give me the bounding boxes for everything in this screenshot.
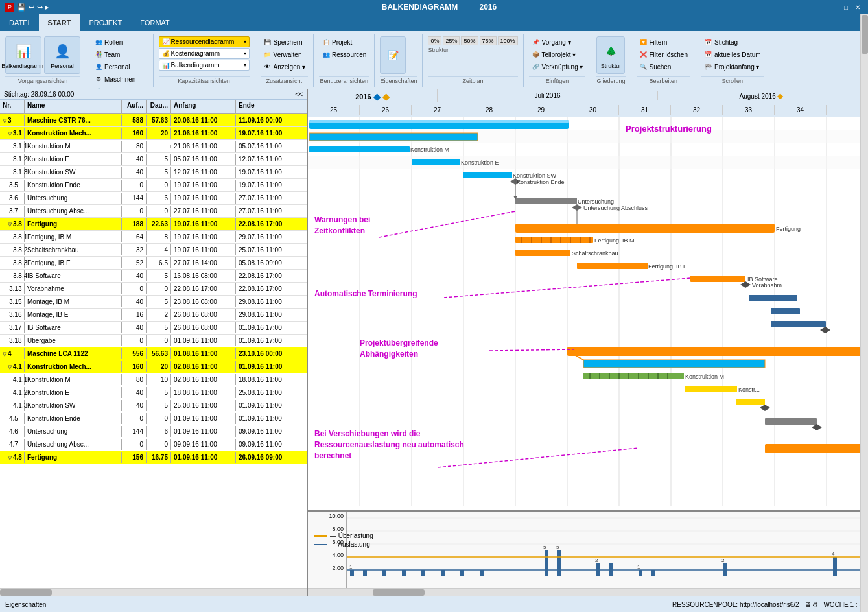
btn-filter-loeschen[interactable]: ❌ Filter löschen xyxy=(637,49,690,60)
btn-50pct[interactable]: 50% xyxy=(461,36,478,45)
btn-vorgang[interactable]: 📌 Vorgang ▾ xyxy=(529,36,586,48)
btn-100pct[interactable]: 100% xyxy=(498,36,518,45)
table-row[interactable]: 4.7 Untersuchung Absc... 0 0 09.09.16 11… xyxy=(0,438,307,451)
table-row[interactable]: ▽3.1 Konstruktion Mech... 160 20 21.06.1… xyxy=(0,127,307,140)
table-row[interactable]: 3.1.3 Konstruktion SW 40 5 12.07.16 11:0… xyxy=(0,166,307,179)
row-ende: 29.08.16 11:00 xyxy=(236,309,301,320)
btn-anzeigen[interactable]: 👁 Anzeigen ▾ xyxy=(261,61,308,73)
quick-save-icon[interactable]: 💾 xyxy=(17,3,26,12)
btn-teilprojekt[interactable]: 📦 Teilprojekt ▾ xyxy=(529,49,586,60)
btn-75pct[interactable]: 75% xyxy=(480,36,497,45)
expand-icon[interactable]: ▽ xyxy=(8,455,12,461)
tab-format[interactable]: FORMAT xyxy=(131,14,179,31)
expand-icon[interactable]: ▽ xyxy=(3,351,6,357)
table-row[interactable]: ▽3 Maschine CSTR 76... 588 57.63 20.06.1… xyxy=(0,114,307,127)
btn-projektanfang[interactable]: 🏁 Projektanfang ▾ xyxy=(701,61,764,73)
row-ende: 19.07.16 11:00 xyxy=(236,180,301,191)
btn-verwalten[interactable]: 📁 Verwalten xyxy=(261,49,308,60)
row-ende: 01.09.16 11:00 xyxy=(236,400,301,411)
group-gliederung-items: 🌲 Struktur xyxy=(596,36,625,76)
row-nr: 3.8.3 xyxy=(0,257,25,268)
header-dau: Dau... xyxy=(147,100,171,113)
group-einfuegen: 📌 Vorgang ▾ 📦 Teilprojekt ▾ 🔗 Verknüpfun… xyxy=(524,34,592,87)
svg-rect-14 xyxy=(309,133,478,141)
table-row[interactable]: 3.5 Konstruktion Ende 0 0 19.07.16 11:00… xyxy=(0,179,307,192)
table-row[interactable]: 3.17 IB Software 40 5 26.08.16 08:00 01.… xyxy=(0,322,307,335)
btn-ressourcen[interactable]: 👥 Ressourcen xyxy=(319,49,369,60)
table-row[interactable]: 3.6 Untersuchung 144 6 19.07.16 11:00 27… xyxy=(0,192,307,205)
maximize-button[interactable]: □ xyxy=(841,3,851,12)
table-row[interactable]: ▽4.8 Fertigung 156 16.75 01.09.16 11:00 … xyxy=(0,451,307,464)
expand-icon[interactable]: ▽ xyxy=(8,364,12,370)
btn-speichern[interactable]: 💾 Speichern xyxy=(261,36,308,48)
expand-icon[interactable]: ▽ xyxy=(8,222,12,228)
table-row[interactable]: 3.8.3 Fertigung, IB E 52 6.5 27.07.16 14… xyxy=(0,257,307,270)
quick-redo-icon[interactable]: ↪ xyxy=(37,3,43,12)
btn-25pct[interactable]: 25% xyxy=(443,36,460,45)
close-button[interactable]: ✕ xyxy=(852,3,863,12)
btn-eigenschaften[interactable]: 📝 xyxy=(380,36,406,74)
btn-0pct[interactable]: 0% xyxy=(428,36,441,45)
window-title: BALKENDIAGRAMM xyxy=(382,3,458,12)
btn-filtern[interactable]: 🔽 Filtern xyxy=(637,36,690,48)
table-row[interactable]: 3.8.4 IB Software 40 5 16.08.16 08:00 22… xyxy=(0,270,307,283)
row-name: Konstruktion Mech... xyxy=(25,128,122,139)
scroll-thumb[interactable] xyxy=(0,589,52,596)
table-row[interactable]: 3.1.2 Konstruktion E 40 5 05.07.16 11:00… xyxy=(0,153,307,166)
btn-struktur[interactable]: 🌲 Struktur xyxy=(596,36,625,74)
header-nr: Nr. xyxy=(0,100,25,113)
table-row[interactable]: ▽4.1 Konstruktion Mech... 160 20 02.08.1… xyxy=(0,360,307,373)
table-row[interactable]: 3.13 Vorabnahme 0 0 22.08.16 17:00 22.08… xyxy=(0,283,307,296)
expand-icon[interactable]: ▽ xyxy=(8,131,12,137)
quick-undo-icon[interactable]: ↩ xyxy=(29,3,34,12)
eigenschaften-icon: 📝 xyxy=(382,45,403,65)
bearbeiten-col: 🔽 Filtern ❌ Filter löschen 🔍 Suchen xyxy=(637,36,690,73)
btn-projekt[interactable]: 📋 Projekt xyxy=(319,36,369,48)
chart-scroll-thumb[interactable] xyxy=(373,589,425,596)
right-vscrollbar[interactable] xyxy=(860,89,868,596)
expand-icon[interactable]: ▽ xyxy=(3,118,6,124)
btn-rollen[interactable]: 👥 Rollen xyxy=(91,36,138,48)
table-row[interactable]: 3.16 Montage, IB E 16 2 26.08.16 08:00 2… xyxy=(0,309,307,322)
tab-projekt[interactable]: PROJEKT xyxy=(80,14,131,31)
btn-balkendiagramm[interactable]: 📊 Balkendiagramm xyxy=(5,36,41,74)
btn-stichtag[interactable]: 📅 Stichtag xyxy=(701,36,764,48)
collapse-icon[interactable]: << xyxy=(295,91,303,98)
table-row[interactable]: 4.1.3 Konstruktion SW 40 5 25.08.16 11:0… xyxy=(0,399,307,412)
table-row[interactable]: 3.8.1 Fertigung, IB M 64 8 19.07.16 11:0… xyxy=(0,231,307,244)
btn-kostendiagramm[interactable]: 💰 Kostendiagramm ▾ xyxy=(159,48,250,59)
minimize-button[interactable]: — xyxy=(829,3,839,12)
table-row[interactable]: 3.1.1 Konstruktion M 80 21.06.16 11:00 0… xyxy=(0,140,307,153)
table-row[interactable]: 4.6 Untersuchung 144 6 01.09.16 11:00 09… xyxy=(0,425,307,438)
table-row[interactable]: ▽3.8 Fertigung 188 22.63 19.07.16 11:00 … xyxy=(0,218,307,231)
btn-balkendiagramm2[interactable]: 📊 Balkendiagramm ▾ xyxy=(159,60,250,71)
btn-personal2[interactable]: 👤 Personal xyxy=(91,61,138,73)
chart-hscrollbar[interactable] xyxy=(308,588,868,596)
table-row[interactable]: 3.15 Montage, IB M 40 5 23.08.16 08:00 2… xyxy=(0,296,307,309)
svg-text:Konstruktion E: Konstruktion E xyxy=(461,159,499,166)
btn-maschinen[interactable]: ⚙ Maschinen xyxy=(91,73,138,85)
gantt-body[interactable]: ▽3 Maschine CSTR 76... 588 57.63 20.06.1… xyxy=(0,114,307,588)
struktur-icon: 🌲 xyxy=(600,41,621,62)
table-row[interactable]: 3.7 Untersuchung Absc... 0 0 27.07.16 11… xyxy=(0,205,307,218)
tab-datei[interactable]: DATEI xyxy=(0,14,39,31)
btn-verknuepfung[interactable]: 🔗 Verknüpfung ▾ xyxy=(529,61,586,73)
btn-suchen[interactable]: 🔍 Suchen xyxy=(637,61,690,73)
day-34: 34 xyxy=(775,105,827,115)
btn-personal[interactable]: 👤 Personal xyxy=(44,36,80,74)
btn-ressourcendiagramm[interactable]: 📈 Ressourcendiagramm ▾ xyxy=(159,36,250,47)
btn-aktuelles-datum[interactable]: 📅 aktuelles Datum xyxy=(701,49,764,60)
table-row[interactable]: ▽4 Maschine LCA 1122 556 56.63 01.08.16 … xyxy=(0,347,307,360)
table-row[interactable]: 3.18 Ubergabe 0 0 01.09.16 11:00 01.09.1… xyxy=(0,335,307,347)
table-row[interactable]: 4.1.1 Konstruktion M 80 10 02.08.16 11:0… xyxy=(0,373,307,386)
tab-start[interactable]: START xyxy=(39,14,80,31)
left-hscrollbar[interactable] xyxy=(0,588,307,596)
quick-run-icon[interactable]: ▸ xyxy=(45,3,49,12)
row-ende: 29.07.16 11:00 xyxy=(236,231,301,242)
table-row[interactable]: 4.1.2 Konstruktion E 40 5 18.08.16 11:00… xyxy=(0,386,307,399)
table-row[interactable]: 4.5 Konstruktion Ende 0 0 01.09.16 11:00… xyxy=(0,412,307,425)
table-row[interactable]: 3.8.2 Schaltschrankbau 32 4 19.07.16 11:… xyxy=(0,244,307,257)
btn-team[interactable]: 👫 Team xyxy=(91,49,138,60)
row-ende: 27.07.16 11:00 xyxy=(236,206,301,217)
svg-rect-68 xyxy=(736,399,765,405)
